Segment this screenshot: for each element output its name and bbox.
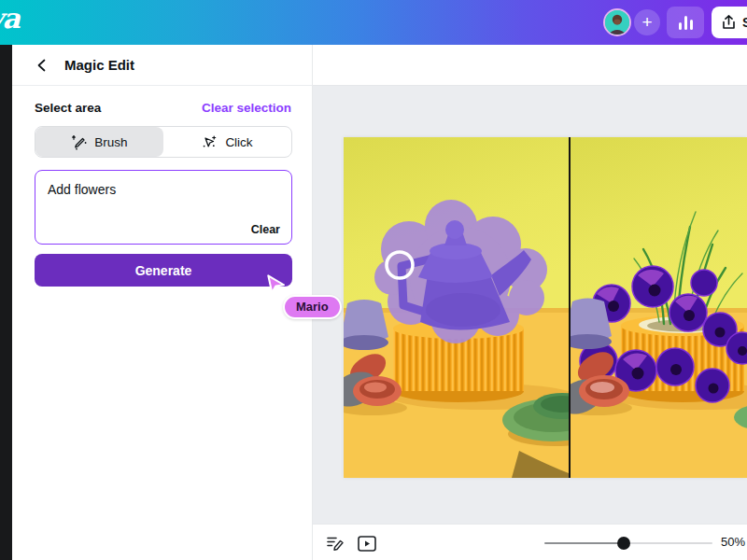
bar-chart-icon: [679, 16, 693, 30]
design-pages: [344, 137, 747, 478]
insights-button[interactable]: [667, 7, 704, 38]
bottom-bar: 50%: [313, 524, 747, 560]
zoom-slider-fill: [544, 542, 624, 544]
back-button[interactable]: [33, 56, 51, 75]
generate-button[interactable]: Generate: [35, 254, 292, 287]
side-rail: [0, 45, 12, 560]
click-label: Click: [225, 135, 252, 149]
plus-icon: +: [641, 12, 652, 33]
clear-selection-link[interactable]: Clear selection: [202, 101, 291, 115]
avatar[interactable]: [603, 8, 631, 36]
magic-pen-icon: [71, 134, 87, 150]
play-window-icon: [358, 536, 376, 552]
select-area-row: Select area Clear selection: [35, 101, 291, 115]
click-tool-button[interactable]: Click: [163, 127, 291, 157]
select-area-label: Select area: [35, 101, 101, 115]
canvas-area[interactable]: [313, 86, 747, 524]
zoom-slider-track: [624, 542, 712, 544]
panel-header: Magic Edit: [12, 45, 312, 86]
page-before[interactable]: [344, 137, 569, 478]
page-after[interactable]: [571, 137, 747, 478]
canva-logo[interactable]: va: [0, 2, 20, 35]
avatar-image: [605, 10, 629, 35]
notes-button[interactable]: [324, 532, 346, 554]
clear-prompt-button[interactable]: Clear: [251, 223, 280, 236]
cursor-sparkle-icon: [202, 134, 218, 150]
share-icon: [722, 15, 736, 30]
chevron-left-icon: [35, 58, 49, 73]
add-member-button[interactable]: +: [634, 9, 660, 35]
context-toolbar: [313, 45, 747, 86]
share-label: S: [742, 15, 747, 30]
brush-tool-button[interactable]: Brush: [35, 127, 163, 157]
zoom-slider[interactable]: [544, 534, 712, 553]
notes-pencil-icon: [326, 535, 345, 552]
panel-title: Magic Edit: [64, 57, 134, 73]
prompt-box: Add flowers Clear: [35, 170, 292, 245]
selection-tool-group: Brush Click: [35, 126, 292, 158]
top-bar: va + S: [0, 0, 747, 45]
purple-bowl: [344, 300, 388, 350]
magic-edit-panel: Magic Edit Select area Clear selection B…: [12, 45, 313, 560]
zoom-slider-thumb[interactable]: [617, 537, 630, 550]
share-button[interactable]: S: [712, 7, 747, 38]
brush-label: Brush: [94, 135, 127, 149]
present-button[interactable]: [356, 532, 378, 554]
zoom-level-label: 50%: [721, 535, 745, 549]
